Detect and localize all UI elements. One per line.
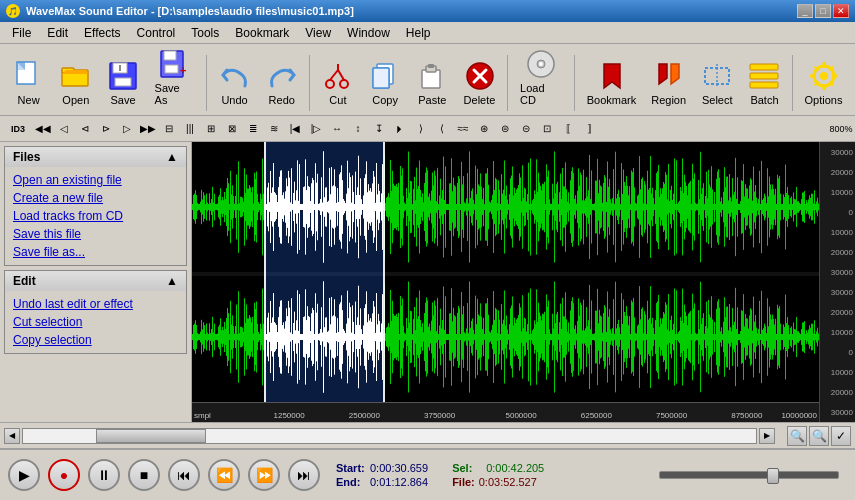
- load-cd-button[interactable]: Load CD: [513, 49, 569, 111]
- open-existing-link[interactable]: Open an existing file: [13, 171, 178, 189]
- tb2-1[interactable]: ◀◀: [33, 119, 53, 139]
- load-cd-icon: [525, 48, 557, 80]
- play-button[interactable]: ▶: [8, 459, 40, 491]
- batch-button[interactable]: Batch: [742, 49, 787, 111]
- tb2-25[interactable]: ⊡: [537, 119, 557, 139]
- tb2-8[interactable]: |||: [180, 119, 200, 139]
- id3-btn[interactable]: ID3: [4, 119, 32, 139]
- tb2-14[interactable]: |▷: [306, 119, 326, 139]
- tb2-19[interactable]: ⟩: [411, 119, 431, 139]
- tb2-13[interactable]: |◀: [285, 119, 305, 139]
- menu-tools[interactable]: Tools: [183, 24, 227, 42]
- tb2-16[interactable]: ↕: [348, 119, 368, 139]
- edit-section-header[interactable]: Edit ▲: [5, 271, 186, 291]
- title-bar: 🎵 WaveMax Sound Editor - [D:\samples\aud…: [0, 0, 855, 22]
- select-button[interactable]: Select: [695, 49, 740, 111]
- menu-edit[interactable]: Edit: [39, 24, 76, 42]
- tb2-4[interactable]: ⊳: [96, 119, 116, 139]
- cut-button[interactable]: Cut: [315, 49, 360, 111]
- tb2-7[interactable]: ⊟: [159, 119, 179, 139]
- redo-button[interactable]: Redo: [259, 49, 304, 111]
- minimize-button[interactable]: _: [797, 4, 813, 18]
- tb2-3[interactable]: ⊲: [75, 119, 95, 139]
- maximize-button[interactable]: □: [815, 4, 831, 18]
- timeline-ruler: smpl 1250000 2500000 3750000 5000000 625…: [192, 402, 819, 422]
- delete-button[interactable]: Delete: [457, 49, 502, 111]
- delete-label: Delete: [464, 94, 496, 106]
- zoom-out-button[interactable]: 🔍: [809, 426, 829, 446]
- volume-thumb[interactable]: [767, 468, 779, 484]
- horizontal-scrollbar[interactable]: [22, 428, 757, 444]
- open-button[interactable]: Open: [53, 49, 98, 111]
- rewind-button[interactable]: ⏪: [208, 459, 240, 491]
- region-icon: [653, 60, 685, 92]
- menu-bookmark[interactable]: Bookmark: [227, 24, 297, 42]
- tb2-6[interactable]: ▶▶: [138, 119, 158, 139]
- tb2-21[interactable]: ≈≈: [453, 119, 473, 139]
- region-button[interactable]: Region: [645, 49, 693, 111]
- load-tracks-link[interactable]: Load tracks from CD: [13, 207, 178, 225]
- save-icon: [107, 60, 139, 92]
- menu-file[interactable]: File: [4, 24, 39, 42]
- bookmark-button[interactable]: Bookmark: [580, 49, 642, 111]
- forward-button[interactable]: ⏩: [248, 459, 280, 491]
- redo-label: Redo: [269, 94, 295, 106]
- volume-slider[interactable]: [659, 471, 839, 479]
- tb2-end[interactable]: 800%: [831, 119, 851, 139]
- zoom-fit-button[interactable]: ✓: [831, 426, 851, 446]
- copy-selection-link[interactable]: Copy selection: [13, 331, 178, 349]
- scroll-right-arrow[interactable]: ▶: [759, 428, 775, 444]
- menu-control[interactable]: Control: [129, 24, 184, 42]
- undo-link[interactable]: Undo last edit or effect: [13, 295, 178, 313]
- save-button[interactable]: Save: [100, 49, 145, 111]
- scroll-left-arrow[interactable]: ◀: [4, 428, 20, 444]
- tb2-27[interactable]: ⟧: [579, 119, 599, 139]
- copy-button[interactable]: Copy: [363, 49, 408, 111]
- tb2-5[interactable]: ▷: [117, 119, 137, 139]
- menu-effects[interactable]: Effects: [76, 24, 128, 42]
- tb2-10[interactable]: ⊠: [222, 119, 242, 139]
- options-button[interactable]: Options: [798, 49, 849, 111]
- tb2-26[interactable]: ⟦: [558, 119, 578, 139]
- record-button[interactable]: ●: [48, 459, 80, 491]
- prev-button[interactable]: ⏮: [168, 459, 200, 491]
- waveform-canvas[interactable]: [192, 142, 819, 402]
- scrollbar-thumb[interactable]: [96, 429, 206, 443]
- stop-button[interactable]: ■: [128, 459, 160, 491]
- tb2-17[interactable]: ↧: [369, 119, 389, 139]
- tb2-18[interactable]: ⏵: [390, 119, 410, 139]
- close-button[interactable]: ✕: [833, 4, 849, 18]
- pause-button[interactable]: ⏸: [88, 459, 120, 491]
- next-button[interactable]: ⏭: [288, 459, 320, 491]
- cut-selection-link[interactable]: Cut selection: [13, 313, 178, 331]
- paste-button[interactable]: Paste: [410, 49, 455, 111]
- menu-view[interactable]: View: [297, 24, 339, 42]
- svg-point-13: [326, 80, 334, 88]
- create-new-link[interactable]: Create a new file: [13, 189, 178, 207]
- tb2-20[interactable]: ⟨: [432, 119, 452, 139]
- tb2-11[interactable]: ≣: [243, 119, 263, 139]
- new-button[interactable]: New: [6, 49, 51, 111]
- options-label: Options: [805, 94, 843, 106]
- menu-window[interactable]: Window: [339, 24, 398, 42]
- new-label: New: [18, 94, 40, 106]
- tb2-15[interactable]: ↔: [327, 119, 347, 139]
- tb2-22[interactable]: ⊛: [474, 119, 494, 139]
- tb2-9[interactable]: ⊞: [201, 119, 221, 139]
- zoom-in-button[interactable]: 🔍: [787, 426, 807, 446]
- tb2-12[interactable]: ≋: [264, 119, 284, 139]
- undo-button[interactable]: Undo: [212, 49, 257, 111]
- tb2-23[interactable]: ⊜: [495, 119, 515, 139]
- tb2-24[interactable]: ⊝: [516, 119, 536, 139]
- save-as-button[interactable]: + Save As: [148, 49, 201, 111]
- edit-section-title: Edit: [13, 274, 36, 288]
- edit-section: Edit ▲ Undo last edit or effect Cut sele…: [4, 270, 187, 354]
- menu-help[interactable]: Help: [398, 24, 439, 42]
- ruler-label-6: 7500000: [656, 411, 687, 420]
- files-section-header[interactable]: Files ▲: [5, 147, 186, 167]
- waveform-container[interactable]: 30000 20000 10000 0 10000 20000 30000 30…: [192, 142, 855, 422]
- tb2-2[interactable]: ◁: [54, 119, 74, 139]
- save-this-link[interactable]: Save this file: [13, 225, 178, 243]
- copy-icon: [369, 60, 401, 92]
- save-as-link[interactable]: Save file as...: [13, 243, 178, 261]
